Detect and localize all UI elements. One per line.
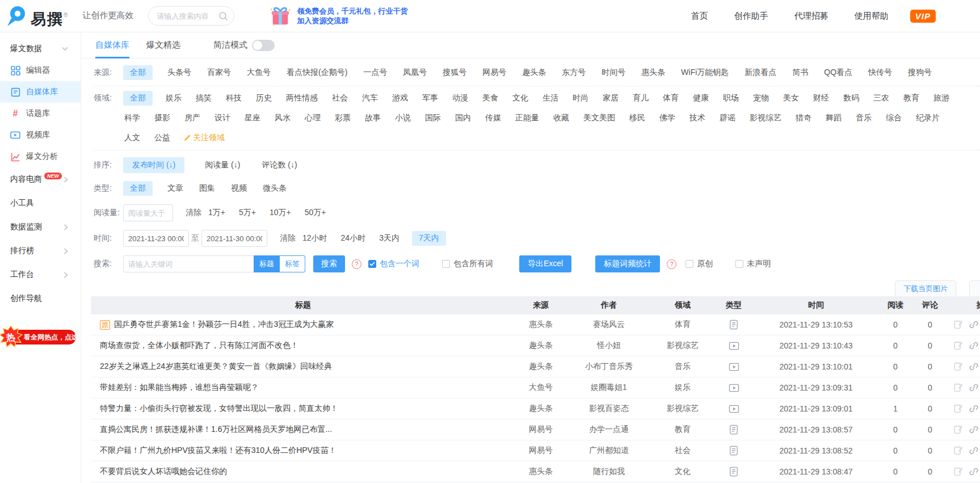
article-title-link[interactable]: 带娃差别：如果能当梅婷，谁想当冉莹颖呢？ bbox=[100, 383, 259, 393]
field-chip[interactable]: 军事 bbox=[421, 91, 439, 106]
field-chip[interactable]: 星座 bbox=[243, 111, 262, 125]
nav-link[interactable]: 创作助手 bbox=[734, 11, 768, 22]
contain-all-words-checkbox[interactable]: 包含所有词 bbox=[442, 259, 493, 269]
field-chip[interactable]: 游戏 bbox=[391, 91, 409, 106]
article-title-link[interactable]: 22岁关之琳遇上24岁惠英红谁更美？黄安一首《救姻缘》回味经典 bbox=[100, 362, 332, 372]
sidebar-section[interactable]: 小工具 bbox=[0, 191, 81, 215]
search-icon[interactable] bbox=[218, 11, 228, 21]
original-only-checkbox[interactable]: 原创 bbox=[685, 259, 713, 269]
tab-featured[interactable]: 爆文精选 bbox=[146, 32, 180, 58]
article-title-link[interactable]: 直捣公寓民房！抓获违规补课！1.6万社区网格员天罗地网已布置... bbox=[100, 425, 332, 435]
link-icon[interactable] bbox=[969, 383, 979, 393]
secondary-download-button-clipped[interactable] bbox=[969, 280, 980, 296]
download-page-images-button[interactable]: 下载当页图片 bbox=[895, 280, 956, 296]
field-chip[interactable]: 纪录片 bbox=[915, 111, 941, 125]
title-word-frequency-button[interactable]: 标题词频统计 bbox=[595, 255, 660, 272]
sort-chip[interactable]: 阅读量 (↓) bbox=[204, 157, 241, 173]
link-icon[interactable] bbox=[969, 404, 979, 414]
undeclared-checkbox[interactable]: 未声明 bbox=[735, 259, 771, 269]
reads-quick-chip[interactable]: 10万+ bbox=[268, 205, 292, 220]
field-chip[interactable]: 财经 bbox=[812, 91, 830, 106]
field-chip[interactable]: 正能量 bbox=[514, 111, 540, 125]
sidebar-item-video[interactable]: 视频库 bbox=[0, 124, 81, 146]
type-chip[interactable]: 文章 bbox=[166, 181, 184, 196]
source-chip[interactable]: QQ看点 bbox=[823, 65, 853, 80]
frequency-help-icon[interactable]: ? bbox=[667, 259, 676, 269]
sidebar-item-doc[interactable]: 自媒体库 bbox=[0, 81, 81, 103]
field-chip[interactable]: 影视综艺 bbox=[748, 111, 783, 125]
nav-link[interactable]: 首页 bbox=[691, 11, 708, 22]
field-chip[interactable]: 移民 bbox=[628, 111, 646, 125]
app-logo[interactable]: 易撰® bbox=[6, 5, 68, 27]
field-chip[interactable]: 历史 bbox=[255, 91, 273, 106]
edit-note-icon[interactable] bbox=[953, 467, 964, 477]
reads-quick-chip[interactable]: 50万+ bbox=[304, 205, 327, 220]
search-button[interactable]: 搜索 bbox=[313, 255, 345, 272]
article-title-link[interactable]: 特警力量：小偷街头行窃被发现，女特警出现以一敌四，简直太帅！ bbox=[100, 404, 338, 414]
promo-banner[interactable]: 领免费会员，千元礼包，行业干货 加入资源交流群 bbox=[270, 5, 407, 27]
field-chip[interactable]: 两性情感 bbox=[285, 91, 319, 106]
reads-clear-link[interactable]: 清除 bbox=[186, 208, 201, 218]
link-icon[interactable] bbox=[969, 341, 979, 351]
reads-quick-chip[interactable]: 5万+ bbox=[238, 205, 257, 220]
source-chip[interactable]: 看点快报(企鹅号) bbox=[285, 65, 348, 80]
field-chip[interactable]: 三农 bbox=[872, 91, 890, 106]
simple-mode-toggle[interactable] bbox=[252, 40, 275, 51]
field-chip[interactable]: 心理 bbox=[304, 111, 322, 125]
sidebar-section[interactable]: 工作台 bbox=[0, 263, 81, 287]
hot-topics-banner[interactable]: 热 看全网热点，点这里! bbox=[8, 330, 76, 345]
field-chip[interactable]: 综合 bbox=[885, 111, 903, 125]
sidebar-section[interactable]: 排行榜 bbox=[0, 239, 81, 263]
source-chip[interactable]: WiFi万能钥匙 bbox=[680, 65, 730, 80]
field-chip[interactable]: 收藏 bbox=[552, 111, 570, 125]
sort-chip[interactable]: 发布时间 (↓) bbox=[123, 157, 184, 173]
field-chip[interactable]: 房产 bbox=[183, 111, 201, 125]
field-chip[interactable]: 职场 bbox=[722, 91, 740, 106]
field-chip[interactable]: 社会 bbox=[331, 91, 349, 106]
field-chip[interactable]: 美女 bbox=[782, 91, 800, 106]
field-chip[interactable]: 体育 bbox=[662, 91, 680, 106]
reads-quick-chip[interactable]: 1万+ bbox=[207, 205, 226, 220]
source-chip[interactable]: 东方号 bbox=[561, 65, 587, 80]
source-chip[interactable]: 惠头条 bbox=[640, 65, 666, 80]
field-chip[interactable]: 生活 bbox=[541, 91, 560, 106]
article-title-link[interactable]: 国乒勇夺世乒赛第1金！孙颖莎一日4胜，冲击3冠王成为大赢家 bbox=[114, 320, 334, 330]
field-chip[interactable]: 辟谣 bbox=[718, 111, 737, 125]
sort-chip[interactable]: 评论数 (↓) bbox=[260, 157, 298, 173]
edit-note-icon[interactable] bbox=[953, 320, 964, 330]
source-chip[interactable]: 时间号 bbox=[600, 65, 626, 80]
sidebar-item-chart[interactable]: 爆文分析 bbox=[0, 146, 81, 167]
field-chip[interactable]: 故事 bbox=[364, 111, 382, 125]
sidebar-section[interactable]: 内容电商NEW bbox=[0, 167, 81, 191]
field-chip[interactable]: 育儿 bbox=[632, 91, 650, 106]
field-chip[interactable]: 小说 bbox=[394, 111, 412, 125]
edit-note-icon[interactable] bbox=[953, 341, 964, 351]
source-chip[interactable]: 搜狗号 bbox=[907, 65, 933, 80]
field-chip[interactable]: 文化 bbox=[511, 91, 529, 106]
source-chip[interactable]: 头条号 bbox=[166, 65, 192, 80]
field-chip[interactable]: 家居 bbox=[602, 91, 620, 106]
field-chip[interactable]: 全部 bbox=[123, 91, 153, 106]
link-icon[interactable] bbox=[969, 425, 979, 435]
edit-note-icon[interactable] bbox=[953, 383, 964, 393]
source-chip[interactable]: 网易号 bbox=[481, 65, 507, 80]
link-icon[interactable] bbox=[969, 467, 979, 477]
field-chip[interactable]: 猎奇 bbox=[794, 111, 813, 125]
time-quick-chip[interactable]: 12小时 bbox=[301, 231, 329, 246]
source-chip[interactable]: 搜狐号 bbox=[441, 65, 468, 80]
reads-threshold-input[interactable] bbox=[123, 204, 173, 221]
keyword-input[interactable] bbox=[123, 255, 254, 272]
field-chip[interactable]: 国际 bbox=[424, 111, 442, 125]
field-chip[interactable]: 宠物 bbox=[752, 91, 770, 106]
sidebar-section[interactable]: 数据监测 bbox=[0, 215, 81, 239]
source-chip[interactable]: 新浪看点 bbox=[743, 65, 777, 80]
export-excel-button[interactable]: 导出Excel bbox=[519, 255, 571, 272]
tab-media-library[interactable]: 自媒体库 bbox=[95, 32, 129, 58]
field-chip[interactable]: 时尚 bbox=[571, 91, 590, 106]
type-chip[interactable]: 全部 bbox=[123, 181, 153, 196]
article-title-link[interactable]: 商场查假货，全体小贩都吓跑了，只有陈江河面不改色！ bbox=[100, 341, 298, 351]
header-search-input[interactable] bbox=[157, 12, 218, 20]
field-chip[interactable]: 美文美图 bbox=[582, 111, 616, 125]
source-chip[interactable]: 百家号 bbox=[206, 65, 232, 80]
field-chip[interactable]: 搞笑 bbox=[195, 91, 213, 106]
